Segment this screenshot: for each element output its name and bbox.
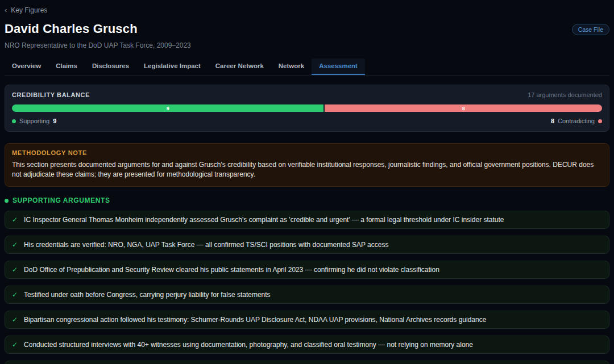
methodology-heading: METHODOLOGY NOTE [12, 149, 602, 156]
argument-card: ✓ Bipartisan congressional action follow… [5, 311, 609, 329]
case-file-badge[interactable]: Case File [572, 24, 609, 35]
argument-card: ✓ His credentials are verified: NRO, NGA… [5, 236, 609, 254]
check-icon: ✓ [12, 241, 18, 249]
breadcrumb-label: Key Figures [11, 6, 47, 14]
supporting-bar-segment: 9 [12, 104, 323, 112]
argument-text: Bipartisan congressional action followed… [24, 316, 486, 324]
contradicting-bar-value: 8 [462, 106, 465, 111]
back-chevron-icon: ‹ [5, 6, 7, 14]
check-icon: ✓ [12, 216, 18, 224]
contradicting-legend: 8 Contradicting [551, 118, 602, 124]
argument-text: His credentials are verified: NRO, NGA, … [24, 241, 388, 249]
supporting-legend: Supporting 9 [12, 118, 56, 124]
check-icon: ✓ [12, 316, 18, 324]
credibility-balance-card: CREDIBILITY BALANCE 17 arguments documen… [5, 85, 609, 132]
credibility-bar: 9 8 [12, 104, 602, 112]
contradicting-dot-icon [598, 119, 602, 123]
arguments-count-meta: 17 arguments documented [528, 91, 602, 98]
page-title: David Charles Grusch [5, 22, 138, 36]
argument-card: ✓ DoD Office of Prepublication and Secur… [5, 261, 609, 279]
check-icon: ✓ [12, 291, 18, 299]
supporting-dot-icon [12, 119, 16, 123]
tab-network[interactable]: Network [271, 58, 312, 75]
contradicting-legend-label: Contradicting [558, 118, 595, 124]
argument-card: ✓ Testified under oath before Congress, … [5, 286, 609, 304]
tab-disclosures[interactable]: Disclosures [85, 58, 136, 75]
argument-card: ✓ Conducted structured interviews with 4… [5, 336, 609, 354]
tab-claims[interactable]: Claims [48, 58, 85, 75]
page-subtitle: NRO Representative to the DoD UAP Task F… [5, 41, 609, 49]
check-icon: ✓ [12, 341, 18, 349]
supporting-legend-label: Supporting [19, 118, 49, 124]
check-icon: ✓ [12, 266, 18, 274]
argument-card: ✓ Broke by Leslie Kean and Ralph Blument… [5, 361, 609, 364]
breadcrumb[interactable]: ‹ Key Figures [5, 6, 47, 14]
methodology-note-card: METHODOLOGY NOTE This section presents d… [5, 143, 609, 187]
supporting-arguments-title: SUPPORTING ARGUMENTS [13, 196, 110, 204]
supporting-legend-count: 9 [53, 118, 56, 124]
argument-text: DoD Office of Prepublication and Securit… [24, 266, 439, 274]
methodology-body: This section presents documented argumen… [12, 160, 602, 179]
tab-career-network[interactable]: Career Network [208, 58, 271, 75]
supporting-bar-value: 9 [167, 106, 169, 111]
credibility-heading: CREDIBILITY BALANCE [12, 91, 90, 98]
tab-assessment[interactable]: Assessment [312, 58, 365, 75]
supporting-section-dot-icon [5, 199, 9, 203]
supporting-arguments-list: ✓ IC Inspector General Thomas Monheim in… [5, 211, 609, 364]
argument-text: Conducted structured interviews with 40+… [24, 341, 473, 349]
argument-text: Testified under oath before Congress, ca… [24, 291, 271, 299]
tab-overview[interactable]: Overview [5, 58, 48, 75]
contradicting-bar-segment: 8 [325, 104, 602, 112]
title-row: David Charles Grusch Case File [5, 22, 609, 36]
argument-text: IC Inspector General Thomas Monheim inde… [24, 216, 504, 224]
supporting-arguments-heading: SUPPORTING ARGUMENTS [5, 196, 609, 204]
contradicting-legend-count: 8 [551, 118, 554, 124]
argument-card: ✓ IC Inspector General Thomas Monheim in… [5, 211, 609, 229]
tab-legislative-impact[interactable]: Legislative Impact [136, 58, 208, 75]
tab-bar: Overview Claims Disclosures Legislative … [5, 58, 609, 76]
